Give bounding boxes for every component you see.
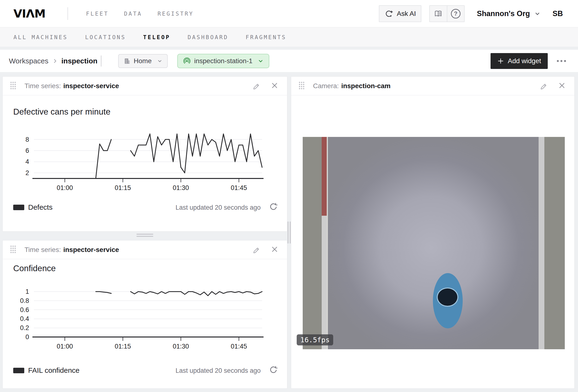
drag-handle-icon[interactable] xyxy=(10,81,16,91)
tab-teleop[interactable]: TELEOP xyxy=(143,34,170,40)
chevron-down-icon xyxy=(534,10,540,17)
row-resize-handle[interactable] xyxy=(137,234,153,238)
widget-header: Time series: inspector-service xyxy=(3,77,287,95)
edit-widget-button[interactable] xyxy=(539,81,547,90)
tab-dashboard[interactable]: DASHBOARD xyxy=(188,34,229,40)
header-divider xyxy=(67,7,68,20)
ask-ai-button[interactable]: Ask AI xyxy=(379,5,421,22)
column-resize-handle[interactable] xyxy=(288,221,291,244)
svg-text:01:15: 01:15 xyxy=(115,184,131,192)
svg-text:4: 4 xyxy=(25,158,29,165)
svg-text:1: 1 xyxy=(25,289,29,295)
add-widget-button[interactable]: Add widget xyxy=(490,53,548,69)
svg-text:0.2: 0.2 xyxy=(20,324,29,332)
legend-label: Defects xyxy=(28,203,53,211)
location-selector[interactable]: Home xyxy=(118,54,168,68)
conveyor-belt xyxy=(328,137,539,349)
fps-badge: 16.5fps xyxy=(297,334,333,345)
edit-widget-button[interactable] xyxy=(252,81,260,90)
svg-text:2: 2 xyxy=(25,169,29,177)
building-icon xyxy=(123,57,131,65)
svg-text:8: 8 xyxy=(25,136,29,143)
widget-kind: Time series: xyxy=(25,82,61,90)
breadcrumb-workspaces[interactable]: Workspaces xyxy=(9,57,48,65)
tab-fragments[interactable]: FRAGMENTS xyxy=(246,34,287,40)
widget-camera: Camera: inspection-cam 16.5fps xyxy=(291,76,575,389)
nav-item-registry[interactable]: REGISTRY xyxy=(158,10,194,17)
book-icon xyxy=(434,9,443,18)
machine-selector[interactable]: inspection-station-1 xyxy=(177,54,269,68)
machine-label: inspection-station-1 xyxy=(194,57,252,65)
chart-legend: Defects xyxy=(13,203,53,211)
widget-kind: Time series: xyxy=(25,246,61,254)
widget-source: inspector-service xyxy=(63,82,119,90)
camera-feed xyxy=(303,137,565,349)
conveyor-rail-right xyxy=(539,137,544,349)
widget-header: Time series: inspector-service xyxy=(3,241,287,259)
svg-text:01:15: 01:15 xyxy=(115,343,131,350)
header-icon-group: ? xyxy=(429,5,465,22)
svg-text:0.6: 0.6 xyxy=(20,306,29,313)
viam-app: VIΛM FLEET DATA REGISTRY Ask AI ? Shanno… xyxy=(0,0,578,392)
last-updated-text: Last updated 20 seconds ago xyxy=(176,367,261,375)
svg-text:01:30: 01:30 xyxy=(173,184,189,192)
conveyor-edge-left xyxy=(303,137,322,349)
chart-title: Confidence xyxy=(13,263,56,273)
fleet-subnav: ALL MACHINES LOCATIONS TELEOP DASHBOARD … xyxy=(0,27,578,47)
svg-text:01:00: 01:00 xyxy=(57,184,73,192)
machine-online-icon xyxy=(183,57,191,65)
primary-nav: FLEET DATA REGISTRY xyxy=(86,0,194,27)
help-button[interactable]: ? xyxy=(447,6,464,22)
svg-text:01:45: 01:45 xyxy=(231,343,247,350)
more-menu-button[interactable] xyxy=(556,59,567,63)
legend-swatch xyxy=(13,205,24,210)
viam-logo[interactable]: VIΛM xyxy=(13,0,46,27)
ask-ai-icon xyxy=(384,9,393,18)
svg-text:0.4: 0.4 xyxy=(20,315,29,322)
org-switcher[interactable]: Shannon's Org xyxy=(477,0,540,27)
close-widget-button[interactable] xyxy=(558,82,566,90)
nav-item-fleet[interactable]: FLEET xyxy=(86,10,109,17)
chart-title: Defective cans per minute xyxy=(13,107,110,116)
top-header: VIΛM FLEET DATA REGISTRY Ask AI ? Shanno… xyxy=(0,0,578,27)
org-name: Shannon's Org xyxy=(477,9,530,18)
conveyor-edge-right xyxy=(544,137,565,349)
svg-text:01:30: 01:30 xyxy=(173,343,189,350)
svg-text:01:00: 01:00 xyxy=(57,343,73,350)
chevron-down-icon xyxy=(157,58,162,64)
docs-button[interactable] xyxy=(430,6,447,22)
can-lid xyxy=(437,288,458,307)
refresh-button[interactable] xyxy=(269,202,278,212)
svg-text:0: 0 xyxy=(25,333,29,341)
svg-text:01:45: 01:45 xyxy=(231,184,247,192)
refresh-button[interactable] xyxy=(269,365,278,375)
chart-legend: FAIL confidence xyxy=(13,366,80,375)
plus-icon xyxy=(497,58,504,64)
detected-can xyxy=(433,273,463,328)
breadcrumb-current[interactable]: inspection xyxy=(61,57,97,65)
ask-ai-label: Ask AI xyxy=(397,10,416,17)
chevron-right-icon xyxy=(52,58,58,64)
drag-handle-icon[interactable] xyxy=(10,245,16,255)
user-avatar[interactable]: SB xyxy=(553,0,563,27)
widget-kind: Camera: xyxy=(313,82,339,90)
widget-header: Camera: inspection-cam xyxy=(291,77,575,95)
close-widget-button[interactable] xyxy=(271,245,278,254)
nav-item-data[interactable]: DATA xyxy=(124,10,142,17)
workspace-toolbar: Workspaces inspection Home inspection-st… xyxy=(0,50,578,72)
tab-locations[interactable]: LOCATIONS xyxy=(85,34,126,40)
conveyor-rail-left xyxy=(322,137,327,349)
help-icon: ? xyxy=(451,9,461,18)
legend-swatch xyxy=(13,368,24,373)
drag-handle-icon[interactable] xyxy=(298,81,305,91)
location-label: Home xyxy=(134,57,152,65)
widget-source: inspector-service xyxy=(63,246,119,254)
widget-defects: Time series: inspector-service Defective… xyxy=(2,76,287,232)
add-widget-label: Add widget xyxy=(508,57,541,65)
widget-confidence: Time series: inspector-service Confidenc… xyxy=(2,240,287,389)
edit-widget-button[interactable] xyxy=(252,245,260,254)
close-widget-button[interactable] xyxy=(271,82,278,90)
tab-all-machines[interactable]: ALL MACHINES xyxy=(13,34,68,40)
chevron-down-icon xyxy=(258,58,264,64)
svg-text:6: 6 xyxy=(25,147,29,154)
